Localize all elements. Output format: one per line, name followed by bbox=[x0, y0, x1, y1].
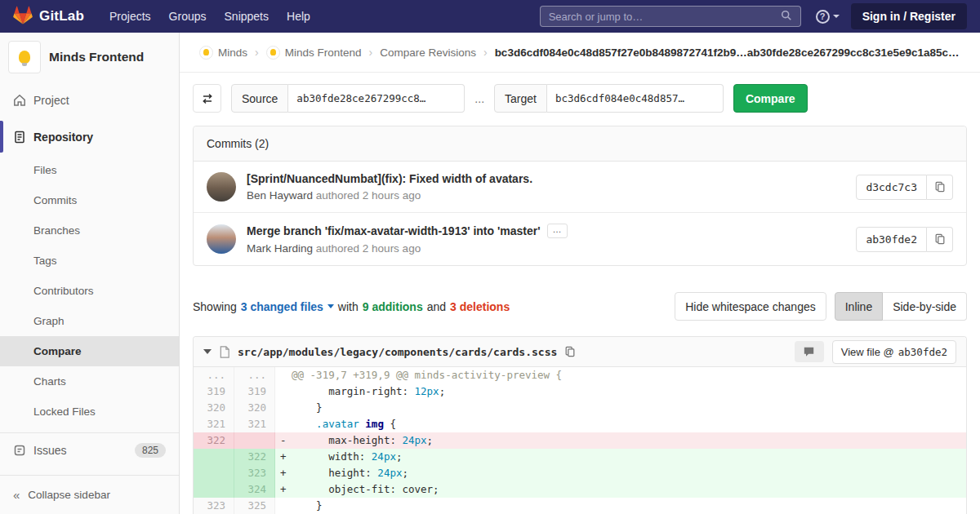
expand-commit-description-button[interactable]: … bbox=[547, 224, 568, 238]
view-file-sha: ab30fde2 bbox=[898, 346, 947, 358]
comment-icon bbox=[803, 346, 815, 357]
diff-sign bbox=[280, 416, 292, 432]
new-line-number[interactable]: 323 bbox=[234, 465, 275, 481]
commit-sha-button[interactable]: ab30fde2 bbox=[856, 227, 927, 252]
new-line-number[interactable]: 320 bbox=[234, 400, 275, 416]
new-line-number[interactable]: 321 bbox=[234, 416, 275, 432]
diff-line-del: 322- max-height: 24px; bbox=[194, 432, 966, 449]
breadcrumb-compare-revisions[interactable]: Compare Revisions bbox=[380, 47, 476, 59]
swap-revisions-button[interactable] bbox=[193, 84, 221, 113]
copy-path-button[interactable] bbox=[564, 346, 576, 357]
new-line-number[interactable]: 324 bbox=[234, 481, 275, 498]
sidebar-item-contributors[interactable]: Contributors bbox=[0, 276, 179, 306]
diff-table: ...... @@ -319,7 +319,9 @@ minds-activit… bbox=[194, 367, 966, 514]
sidebar-item-tags[interactable]: Tags bbox=[0, 246, 179, 276]
copy-sha-button[interactable] bbox=[927, 175, 953, 200]
sidebar-item-graph[interactable]: Graph bbox=[0, 306, 179, 336]
old-line-number[interactable]: 322 bbox=[194, 432, 234, 449]
sidebar-item-compare[interactable]: Compare bbox=[0, 336, 179, 366]
sidebar-item-charts[interactable]: Charts bbox=[0, 366, 179, 397]
with-label: with bbox=[338, 300, 359, 313]
additions-count: 9 additions bbox=[363, 300, 423, 313]
old-line-number[interactable]: 321 bbox=[194, 416, 234, 432]
diff-sign: - bbox=[280, 432, 292, 449]
old-line-number[interactable]: 323 bbox=[194, 498, 234, 514]
sidebar-item-files[interactable]: Files bbox=[0, 155, 179, 185]
swap-arrows-icon bbox=[201, 92, 214, 105]
sidebar-item-label: Repository bbox=[33, 131, 93, 144]
old-line-number[interactable]: 320 bbox=[194, 400, 234, 416]
sidebar-item-label: Project bbox=[33, 94, 69, 107]
source-ref-input[interactable]: ab30fde28ce267299cc8… bbox=[288, 84, 465, 113]
new-line-number[interactable]: 319 bbox=[234, 383, 275, 400]
clipboard-icon bbox=[934, 233, 946, 245]
collapse-sidebar-button[interactable]: « Collapse sidebar bbox=[0, 475, 179, 514]
sidebar-item-repository[interactable]: Repository bbox=[0, 118, 179, 155]
nav-projects[interactable]: Projects bbox=[100, 5, 160, 28]
diff-sign bbox=[280, 498, 292, 514]
copy-sha-button[interactable] bbox=[927, 227, 953, 252]
toggle-comments-button[interactable] bbox=[795, 341, 824, 362]
diff-sign: + bbox=[280, 465, 292, 481]
diff-file-panel: src/app/modules/legacy/components/cards/… bbox=[193, 336, 967, 514]
sidebar-item-commits[interactable]: Commits bbox=[0, 185, 179, 215]
range-dots: ... bbox=[474, 92, 484, 105]
hide-whitespace-button[interactable]: Hide whitespace changes bbox=[675, 292, 826, 321]
target-ref-group: Target bc3d6cdf084e0c48d857… bbox=[494, 84, 724, 113]
view-file-button[interactable]: View file @ ab30fde2 bbox=[832, 340, 956, 364]
commit-author[interactable]: Ben Hayward bbox=[247, 189, 313, 202]
sidebar-item-branches[interactable]: Branches bbox=[0, 215, 179, 246]
old-line-number[interactable] bbox=[194, 465, 234, 481]
nav-groups[interactable]: Groups bbox=[160, 5, 216, 28]
target-ref-input[interactable]: bc3d6cdf084e0c48d857… bbox=[547, 84, 724, 113]
sidebar-item-label: Issues bbox=[33, 444, 66, 457]
diff-mode-toggle: Inline Side-by-side bbox=[835, 292, 967, 321]
commit-title[interactable]: Merge branch 'fix/max-avatar-width-1913'… bbox=[247, 224, 541, 237]
commit-title[interactable]: [Sprint/NuancedNumbat](fix): Fixed width… bbox=[247, 172, 532, 185]
new-line-number[interactable]: 325 bbox=[234, 498, 275, 514]
avatar[interactable] bbox=[207, 172, 236, 202]
sidebar-item-project[interactable]: Project bbox=[0, 82, 179, 118]
nav-help[interactable]: Help bbox=[278, 5, 319, 28]
chevron-down-icon bbox=[327, 304, 334, 308]
breadcrumb-section-label: Compare Revisions bbox=[380, 47, 476, 59]
old-line-number[interactable] bbox=[194, 481, 234, 498]
search-input[interactable]: Search or jump to… bbox=[540, 6, 801, 27]
breadcrumb-group-label: Minds bbox=[218, 47, 247, 59]
compare-form: Source ab30fde28ce267299cc8… ... Target … bbox=[193, 84, 967, 113]
new-line-number[interactable]: 322 bbox=[234, 449, 275, 465]
breadcrumb-group[interactable]: Minds bbox=[199, 46, 247, 60]
page-body: Source ab30fde28ce267299cc8… ... Target … bbox=[180, 73, 980, 514]
collapse-diff-caret-icon[interactable] bbox=[203, 349, 212, 354]
old-line-number[interactable] bbox=[194, 449, 234, 465]
commit-author[interactable]: Mark Harding bbox=[247, 242, 313, 255]
old-line-number[interactable]: 319 bbox=[194, 383, 234, 400]
gitlab-logo[interactable]: GitLab bbox=[13, 6, 84, 27]
nav-snippets[interactable]: Snippets bbox=[216, 5, 278, 28]
diff-code: .avatar img { bbox=[275, 416, 966, 432]
diff-stats-text: Showing 3 changed files with 9 additions… bbox=[193, 300, 510, 313]
sidebar-item-issues[interactable]: Issues 825 bbox=[0, 433, 179, 467]
inline-view-button[interactable]: Inline bbox=[835, 292, 883, 321]
compare-button[interactable]: Compare bbox=[733, 84, 808, 113]
sidebar-item-locked-files[interactable]: Locked Files bbox=[0, 397, 179, 427]
clipboard-icon bbox=[934, 181, 946, 193]
sidebar-project-header[interactable]: Minds Frontend bbox=[0, 33, 179, 82]
commit-info: Merge branch 'fix/max-avatar-width-1913'… bbox=[247, 224, 845, 255]
diff-file-actions: View file @ ab30fde2 bbox=[795, 340, 956, 364]
changed-files-dropdown[interactable]: 3 changed files bbox=[241, 300, 334, 313]
new-line-number[interactable] bbox=[234, 432, 275, 449]
help-menu[interactable]: ? bbox=[816, 10, 840, 24]
clipboard-icon bbox=[564, 346, 576, 357]
changed-files-label: 3 changed files bbox=[241, 300, 323, 313]
diff-code: + object-fit: cover; bbox=[275, 481, 966, 498]
breadcrumb-project[interactable]: Minds Frontend bbox=[266, 46, 362, 60]
commit-sha-button[interactable]: d3cdc7c3 bbox=[856, 175, 927, 200]
side-by-side-view-button[interactable]: Side-by-side bbox=[883, 292, 967, 321]
avatar[interactable] bbox=[207, 224, 236, 254]
navbar-links: Projects Groups Snippets Help bbox=[100, 5, 319, 28]
diff-code: - max-height: 24px; bbox=[275, 432, 966, 449]
group-avatar bbox=[199, 46, 213, 60]
diff-file-path[interactable]: src/app/modules/legacy/components/cards/… bbox=[238, 346, 557, 358]
sign-in-button[interactable]: Sign in / Register bbox=[851, 3, 967, 29]
